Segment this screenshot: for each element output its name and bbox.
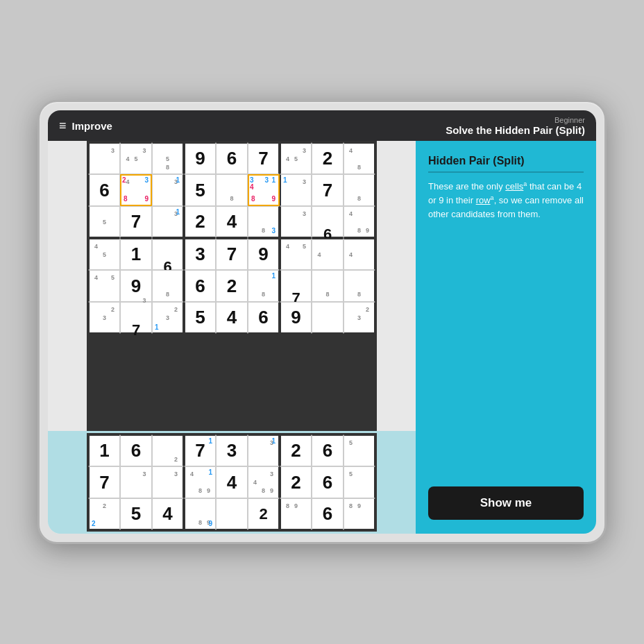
hint-cells-link[interactable]: cells xyxy=(505,181,523,192)
cell-6-8[interactable]: 5 xyxy=(344,434,375,466)
cell-4-7[interactable]: 8 xyxy=(312,270,344,302)
cell-5-6[interactable]: 9 xyxy=(280,302,312,334)
cell-1-4[interactable]: 8 xyxy=(216,174,248,206)
cell-1-1[interactable]: 42389 xyxy=(120,174,152,206)
cell-2-7[interactable]: 6 xyxy=(312,206,344,238)
cell-8-6[interactable]: 89 xyxy=(280,498,312,530)
cell-8-2[interactable]: 4 xyxy=(152,498,184,530)
cell-6-5[interactable]: 31 xyxy=(248,434,280,466)
hint-text: These are the only cellsa that can be 4 … xyxy=(428,180,584,480)
main-content: 3 345 58 9 6 7 345 2 48 6 42389 31 xyxy=(48,141,596,534)
cell-8-4[interactable] xyxy=(216,498,248,530)
puzzle-bottom: 1 6 2 17 3 31 2 6 5 7 3 3 4891 xyxy=(48,431,416,534)
cell-1-5[interactable]: 341389 xyxy=(248,174,280,206)
cell-4-4[interactable]: 2 xyxy=(216,270,248,302)
cell-5-7[interactable] xyxy=(312,302,344,334)
cell-5-1[interactable]: 37 xyxy=(120,302,152,334)
app-header: ≡ Improve Beginner Solve the Hidden Pair… xyxy=(48,110,596,141)
cell-6-2[interactable]: 2 xyxy=(152,434,184,466)
puzzle-top: 3 345 58 9 6 7 345 2 48 6 42389 31 xyxy=(48,141,416,431)
cell-0-8[interactable]: 48 xyxy=(344,142,375,174)
cell-8-8[interactable]: 89 xyxy=(344,498,375,530)
sudoku-grid-bottom[interactable]: 1 6 2 17 3 31 2 6 5 7 3 3 4891 xyxy=(87,433,377,532)
cell-5-8[interactable]: 23 xyxy=(344,302,375,334)
cell-7-6[interactable]: 2 xyxy=(280,466,312,498)
cell-7-1[interactable]: 3 xyxy=(120,466,152,498)
app-name: Improve xyxy=(72,120,112,132)
cell-0-6[interactable]: 345 xyxy=(280,142,312,174)
cell-5-2[interactable]: 231 xyxy=(152,302,184,334)
cell-2-3[interactable]: 2 xyxy=(184,206,216,238)
cell-4-3[interactable]: 6 xyxy=(184,270,216,302)
cell-0-1[interactable]: 345 xyxy=(120,142,152,174)
cell-8-5[interactable]: 2 xyxy=(248,498,280,530)
cell-6-6[interactable]: 2 xyxy=(280,434,312,466)
cell-1-2[interactable]: 31 xyxy=(152,174,184,206)
cell-2-0[interactable]: 5 xyxy=(88,206,120,238)
cell-5-5[interactable]: 6 xyxy=(248,302,280,334)
cell-6-1[interactable]: 6 xyxy=(120,434,152,466)
menu-icon[interactable]: ≡ xyxy=(59,119,67,133)
cell-0-7[interactable]: 2 xyxy=(312,142,344,174)
cell-2-4[interactable]: 4 xyxy=(216,206,248,238)
side-panel: Hidden Pair (Split) These are the only c… xyxy=(416,141,596,534)
cell-7-8[interactable]: 5 xyxy=(344,466,375,498)
cell-1-6[interactable]: 31 xyxy=(280,174,312,206)
cell-0-0[interactable]: 3 xyxy=(88,142,120,174)
cell-3-2[interactable]: 6 xyxy=(152,238,184,270)
puzzle-area: 3 345 58 9 6 7 345 2 48 6 42389 31 xyxy=(48,141,416,534)
cell-6-4[interactable]: 3 xyxy=(216,434,248,466)
cell-7-4[interactable]: 4 xyxy=(216,466,248,498)
cell-4-5[interactable]: 81 xyxy=(248,270,280,302)
show-me-button[interactable]: Show me xyxy=(428,486,584,520)
header-right: Beginner Solve the Hidden Pair (Split) xyxy=(446,116,585,136)
cell-8-3[interactable]: 899 xyxy=(184,498,216,530)
tablet-frame: ≡ Improve Beginner Solve the Hidden Pair… xyxy=(37,100,607,544)
cell-4-0[interactable]: 45 xyxy=(88,270,120,302)
cell-3-3[interactable]: 3 xyxy=(184,238,216,270)
cell-3-1[interactable]: 1 xyxy=(120,238,152,270)
cell-1-8[interactable]: 8 xyxy=(344,174,375,206)
cell-6-7[interactable]: 6 xyxy=(312,434,344,466)
hint-row-link[interactable]: row xyxy=(476,195,491,205)
cell-2-5[interactable]: 83 xyxy=(248,206,280,238)
cell-8-1[interactable]: 5 xyxy=(120,498,152,530)
cell-0-4[interactable]: 6 xyxy=(216,142,248,174)
cell-2-6[interactable]: 3 xyxy=(280,206,312,238)
cell-5-0[interactable]: 23 xyxy=(88,302,120,334)
cell-2-1[interactable]: 7 xyxy=(120,206,152,238)
cell-4-8[interactable]: 8 xyxy=(344,270,375,302)
cell-7-7[interactable]: 6 xyxy=(312,466,344,498)
cell-1-3[interactable]: 5 xyxy=(184,174,216,206)
cell-0-2[interactable]: 58 xyxy=(152,142,184,174)
cell-8-0[interactable]: 22 xyxy=(88,498,120,530)
cell-5-4[interactable]: 4 xyxy=(216,302,248,334)
tablet-screen: ≡ Improve Beginner Solve the Hidden Pair… xyxy=(48,110,596,534)
cell-7-2[interactable]: 3 xyxy=(152,466,184,498)
cell-3-5[interactable]: 9 xyxy=(248,238,280,270)
cell-4-2[interactable]: 8 xyxy=(152,270,184,302)
cell-2-8[interactable]: 489 xyxy=(344,206,375,238)
cell-3-7[interactable]: 4 xyxy=(312,238,344,270)
cell-7-5[interactable]: 3489 xyxy=(248,466,280,498)
puzzle-title: Solve the Hidden Pair (Split) xyxy=(446,124,585,136)
cell-5-3[interactable]: 5 xyxy=(184,302,216,334)
cell-6-3[interactable]: 17 xyxy=(184,434,216,466)
sudoku-grid[interactable]: 3 345 58 9 6 7 345 2 48 6 42389 31 xyxy=(87,141,377,431)
header-left: ≡ Improve xyxy=(59,119,112,133)
cell-6-0[interactable]: 1 xyxy=(88,434,120,466)
cell-3-4[interactable]: 7 xyxy=(216,238,248,270)
cell-8-7[interactable]: 6 xyxy=(312,498,344,530)
hint-text-1: These are the only xyxy=(428,181,505,192)
cell-0-5[interactable]: 7 xyxy=(248,142,280,174)
difficulty-label: Beginner xyxy=(554,116,585,124)
cell-3-0[interactable]: 45 xyxy=(88,238,120,270)
cell-7-0[interactable]: 7 xyxy=(88,466,120,498)
cell-7-3[interactable]: 4891 xyxy=(184,466,216,498)
cell-1-0[interactable]: 6 xyxy=(88,174,120,206)
cell-0-3[interactable]: 9 xyxy=(184,142,216,174)
cell-4-6[interactable]: 7 xyxy=(280,270,312,302)
hint-title: Hidden Pair (Split) xyxy=(428,155,584,173)
cell-3-8[interactable]: 4 xyxy=(344,238,375,270)
